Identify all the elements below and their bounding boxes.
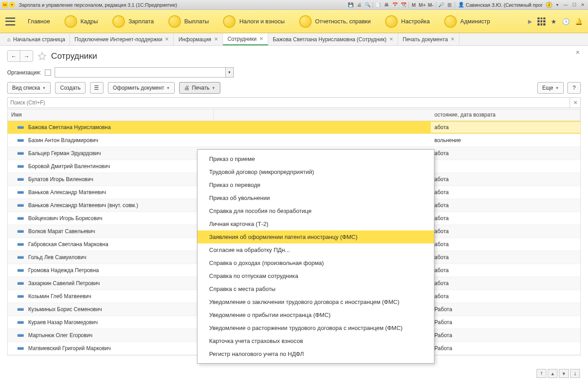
create-document-button[interactable]: Оформить документ▼ [108,82,175,94]
tab-0[interactable]: ⌂Начальная страница [3,33,70,45]
print2-icon[interactable]: 🖶 [383,1,390,9]
print-menu-item[interactable]: Справка с места работы [197,282,434,295]
scroll-bottom-icon[interactable]: ⤓ [570,369,580,378]
section-vyplaty[interactable]: Выплаты [161,15,216,28]
org-filter-checkbox[interactable] [45,69,51,76]
print-menu-item[interactable]: Согласие на обработку ПДн... [197,243,434,256]
tab-4[interactable]: Бажова Светлана Нурисламовна (Сотрудник)… [268,33,398,45]
print-menu-item[interactable]: Приказ о приеме [197,152,434,165]
section-nalogi[interactable]: Налоги и взносы [216,15,292,28]
print-menu-item[interactable]: Регистр налогового учета по НДФЛ [197,347,434,360]
tab-close-icon[interactable]: ✕ [214,36,218,42]
employee-name: Громова Надежда Петровна [28,267,99,273]
nav-back-button[interactable]: ← [8,51,20,61]
favorite-toggle-icon[interactable] [38,52,47,61]
history-icon[interactable]: 🕓 [562,18,570,25]
print-menu-item[interactable]: Справка по отпускам сотрудника [197,269,434,282]
table-row[interactable]: Бажова Светлана Нурисламовнаабота [8,121,580,134]
print-menu-item[interactable]: Уведомление о заключении трудового догов… [197,295,434,308]
column-name[interactable]: Имя [8,109,214,121]
view-mode-button[interactable]: Вид списка▼ [7,82,51,94]
print-menu-item[interactable]: Карточка учета страховых взносов [197,334,434,347]
section-admin[interactable]: Администр [437,15,498,28]
close-window-icon[interactable]: ✕ [579,1,586,9]
hamburger-icon[interactable] [5,17,15,26]
save-icon[interactable]: 💾 [347,1,354,9]
employee-name: Кураев Назар Магомедович [28,319,98,325]
tab-label: Печать документа [403,36,448,43]
section-circle-icon [168,15,181,28]
table-row[interactable]: Базин Антон Владимировичвольнение [8,134,580,147]
employee-name: Габровская Светлана Марковна [28,241,108,247]
dropdown-icon[interactable]: ▾ [554,1,561,9]
tab-2[interactable]: Информация✕ [174,33,223,45]
more-button[interactable]: Еще▼ [537,82,564,94]
search-input[interactable] [7,97,570,108]
info-icon[interactable]: i [546,2,552,8]
scroll-top-icon[interactable]: ⤒ [536,369,546,378]
tab-close-icon[interactable]: ✕ [165,36,169,42]
tab-label: Начальная страница [13,36,65,43]
minimize-icon[interactable]: — [562,1,569,9]
section-main[interactable]: Главное [21,18,57,25]
compare-icon[interactable]: 📑 [374,1,382,9]
help-button[interactable]: ? [567,82,581,94]
favorite-star-icon[interactable]: ★ [551,18,557,25]
print-menu-item[interactable]: Справка о доходах (произвольная форма) [197,256,434,269]
app-menu-dropdown-icon[interactable]: ▾ [9,2,15,8]
print-menu-item[interactable]: Приказ о переводе [197,178,434,191]
print-menu-item[interactable]: Заявления об оформлении патента иностран… [197,230,434,243]
section-kadry[interactable]: Кадры [57,15,105,28]
maximize-icon[interactable]: ☐ [571,1,578,9]
scroll-up-icon[interactable]: ▲ [548,369,558,378]
section-zarplata[interactable]: Зарплата [105,15,161,28]
tab-3[interactable]: Сотрудники✕ [223,33,268,45]
page-close-icon[interactable]: ✕ [575,49,580,56]
search-icon[interactable]: 🔍 [364,1,371,9]
scroll-down-icon[interactable]: ▼ [559,369,569,378]
tab-close-icon[interactable]: ✕ [259,36,263,42]
org-filter-combo[interactable]: ▼ [55,67,234,78]
tab-1[interactable]: Подключение Интернет-поддержки✕ [70,33,174,45]
nav-forward-button[interactable]: → [20,51,33,61]
section-otchet[interactable]: Отчетность, справки [292,15,378,28]
employee-name: Ваньков Александр Матвеевич [28,189,106,195]
calendar2-icon[interactable]: 📆 [400,1,407,9]
zoom-icon[interactable]: 🔎 [438,1,445,9]
chevron-down-icon[interactable]: ▼ [225,68,233,77]
print-menu-item[interactable]: Справка для пособия по безработице [197,204,434,217]
tab-close-icon[interactable]: ✕ [389,36,393,42]
print-icon[interactable]: 🖨 [356,1,363,9]
section-label: Кадры [81,18,98,25]
m-plus-icon[interactable]: M+ [419,1,426,9]
row-status-icon [17,269,24,272]
print-menu-item[interactable]: Приказ об увольнении [197,191,434,204]
print-menu-item[interactable]: Трудовой договор (микропредприятий) [197,165,434,178]
list-mode-icon[interactable]: ☰ [90,82,103,94]
cell-status: Работа [431,304,580,315]
print-menu-item[interactable]: Уведомление о прибытии иностранца (ФМС) [197,308,434,321]
tab-close-icon[interactable]: ✕ [451,36,455,42]
button-label: Еще [542,85,553,91]
m-icon[interactable]: M [410,1,417,9]
cell-pos [276,125,375,130]
employee-name: Волков Марат Савельевич [28,228,95,234]
clear-search-icon[interactable]: ✕ [570,97,581,108]
column-status[interactable]: остояние, дата возврата [431,109,580,121]
cell-num [214,138,276,143]
scroll-right-icon[interactable]: ▶ [528,18,532,25]
current-user[interactable]: 👤 Савинская З.Ю. (Системный прог [456,2,545,8]
print-button[interactable]: 🖨Печать▼ [179,82,220,94]
calendar-icon[interactable]: 📅 [391,1,399,9]
print-menu-item[interactable]: Личная карточка (Т-2) [197,217,434,230]
section-nastroyka[interactable]: Настройка [378,15,437,28]
tab-5[interactable]: Печать документа✕ [398,33,459,45]
all-functions-icon[interactable] [537,17,545,26]
bell-icon[interactable]: 🔔 [575,18,583,25]
create-button[interactable]: Создать [55,82,86,94]
row-status-icon [17,295,24,298]
m-minus-icon[interactable]: M- [427,1,434,9]
print-menu-item[interactable]: Уведомление о расторжении трудового дого… [197,321,434,334]
printer-icon: 🖨 [184,85,189,91]
panels-icon[interactable]: ▥ [446,1,453,9]
